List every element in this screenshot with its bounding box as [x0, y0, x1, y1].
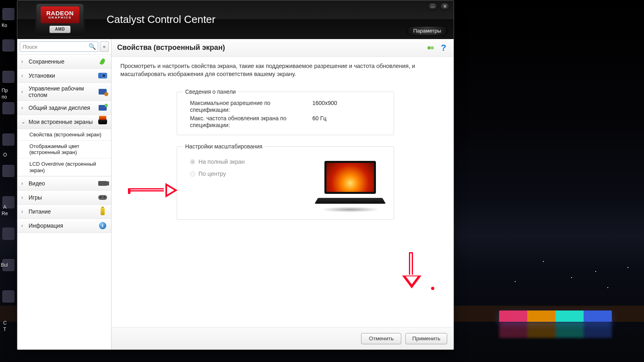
sidebar-item-label: Питание	[29, 208, 94, 215]
desktop-label: Т	[3, 327, 6, 332]
sidebar-subitem-lcd-overdrive[interactable]: LCD Overdrive (встроенный экран)	[17, 158, 111, 176]
scaling-group: Настройки масштабирования На полный экра…	[177, 143, 394, 220]
chevron-down-icon: ⌄	[21, 119, 25, 125]
footer: Отменить Применить	[111, 327, 454, 350]
battery-icon	[97, 207, 108, 216]
content-pane: Свойства (встроенный экран) ? Просмотрет…	[111, 39, 454, 350]
chevron-right-icon: ›	[21, 59, 25, 64]
chevron-right-icon: ›	[21, 223, 25, 228]
sidebar-item-label: Информация	[29, 222, 94, 229]
sidebar-item-power[interactable]: › Питание	[17, 205, 111, 219]
sidebar: 🔍 « › Сохраненные › Установки › Управлен	[17, 39, 111, 350]
sidebar-item-presets[interactable]: › Установки	[17, 69, 111, 83]
max-resolution-label: Максимальное разрешение по спецификации:	[190, 100, 303, 113]
camera-icon	[97, 71, 108, 80]
parameters-button[interactable]: Параметры	[407, 26, 448, 35]
sidebar-item-label: Мои встроенные экраны	[29, 119, 94, 125]
chevron-left-double-icon: «	[103, 44, 106, 49]
sidebar-item-information[interactable]: › Информация i	[17, 219, 111, 233]
catalyst-control-center-window: — ✕ RADEON GRAPHICS AMD Catalyst Control…	[17, 0, 454, 350]
page-title: Свойства (встроенный экран)	[117, 43, 422, 52]
info-icon: i	[97, 221, 108, 230]
sidebar-item-pinned[interactable]: › Сохраненные	[17, 54, 111, 69]
sidebar-item-video[interactable]: › Видео	[17, 176, 111, 191]
sidebar-item-builtin-screens[interactable]: ⌄ Мои встроенные экраны	[17, 115, 111, 129]
desktop-label: Пр	[2, 88, 8, 93]
brand-badge: RADEON GRAPHICS AMD	[36, 4, 84, 36]
collapse-sidebar-button[interactable]: «	[100, 41, 109, 52]
scaling-radio-fullscreen[interactable]	[190, 159, 195, 165]
sidebar-item-label: Установки	[29, 72, 94, 79]
neon-boat	[499, 311, 612, 322]
annotation-arrow-right	[129, 183, 178, 197]
desktop-label: Bul	[1, 262, 8, 268]
sidebar-item-label: Общий задачи дисплея	[29, 105, 94, 111]
search-wrap: 🔍	[20, 41, 98, 52]
refresh-icon[interactable]	[426, 43, 435, 52]
sidebar-subitem-color[interactable]: Отображаемый цвет (встроенный экран)	[17, 141, 111, 158]
close-icon: ✕	[443, 4, 447, 9]
laptop-preview-icon	[318, 161, 382, 209]
chevron-right-icon: ›	[21, 195, 25, 200]
laptop-icon	[97, 117, 108, 126]
sidebar-subitem-properties[interactable]: Свойства (встроенный экран)	[17, 129, 111, 141]
max-refresh-value: 60 Гц	[312, 115, 326, 121]
svg-point-1	[431, 46, 434, 49]
panel-info-group: Сведения о панели Максимальное разрешени…	[177, 88, 394, 135]
cancel-button[interactable]: Отменить	[361, 333, 401, 344]
sidebar-item-display-tasks[interactable]: › Общий задачи дисплея	[17, 101, 111, 115]
desktop-label: А	[3, 204, 6, 210]
brand-radeon: RADEON	[46, 10, 74, 16]
desktop-label: О	[3, 152, 7, 158]
max-resolution-value: 644x362	[312, 100, 337, 106]
page-description: Просмотреть и настроить свойства экрана,…	[120, 62, 445, 78]
minimize-icon: —	[431, 4, 435, 9]
desktop-label: Re	[2, 211, 8, 216]
scaling-option-label: На полный экран	[198, 158, 245, 165]
sidebar-item-label: Видео	[29, 180, 94, 187]
sidebar-item-label: Сохраненные	[29, 58, 94, 65]
camcorder-icon	[97, 179, 108, 188]
content-body: Просмотреть и настроить свойства экрана,…	[111, 57, 454, 327]
chevron-right-icon: ›	[21, 105, 25, 111]
desktop-label: С	[3, 320, 7, 326]
svg-point-0	[427, 46, 431, 49]
app-title: Catalyst Control Center	[107, 13, 215, 26]
titlebar[interactable]: — ✕ RADEON GRAPHICS AMD Catalyst Control…	[17, 0, 454, 39]
content-header: Свойства (встроенный экран) ?	[111, 39, 454, 57]
max-refresh-label: Макс. частота обновления экрана по специ…	[190, 115, 303, 129]
sidebar-item-label: Игры	[29, 194, 94, 201]
desktop-gear-icon	[97, 87, 108, 96]
sidebar-nav: › Сохраненные › Установки › Управление р…	[17, 54, 111, 350]
close-button[interactable]: ✕	[440, 3, 450, 10]
chevron-right-icon: ›	[21, 73, 25, 78]
search-icon[interactable]: 🔍	[89, 43, 96, 50]
scaling-option-label: По центру	[198, 171, 226, 177]
annotation-arrow-down	[402, 252, 421, 288]
annotation-dot	[431, 287, 434, 290]
chevron-right-icon: ›	[21, 89, 25, 95]
sidebar-item-games[interactable]: › Игры	[17, 191, 111, 205]
scaling-legend: Настройки масштабирования	[183, 143, 265, 150]
gamepad-icon	[97, 193, 108, 202]
panel-info-legend: Сведения о панели	[183, 88, 238, 95]
search-input[interactable]	[20, 41, 98, 52]
desktop-label: Ко	[2, 23, 7, 28]
monitor-icon	[97, 103, 108, 112]
brand-amd: AMD	[50, 26, 70, 33]
sidebar-item-desktop-management[interactable]: › Управление рабочим столом	[17, 83, 111, 101]
desktop-label: по	[2, 94, 7, 100]
chevron-right-icon: ›	[21, 209, 25, 214]
chevron-right-icon: ›	[21, 181, 25, 186]
brand-graphics: GRAPHICS	[48, 16, 72, 19]
help-icon[interactable]: ?	[439, 43, 448, 52]
pin-icon	[97, 57, 108, 66]
scaling-radio-center[interactable]	[190, 171, 195, 177]
minimize-button[interactable]: —	[428, 3, 438, 10]
apply-button[interactable]: Применить	[405, 333, 447, 344]
sidebar-item-label: Управление рабочим столом	[29, 85, 94, 98]
